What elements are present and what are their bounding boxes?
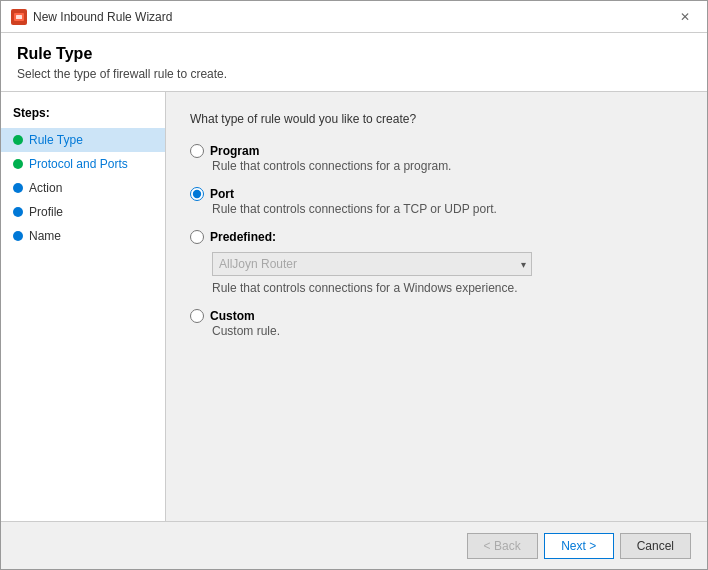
radio-port[interactable] — [190, 187, 204, 201]
option-program-header: Program — [190, 144, 683, 158]
step-dot-rule-type — [13, 135, 23, 145]
option-predefined-header: Predefined: — [190, 230, 683, 244]
title-bar-left: New Inbound Rule Wizard — [11, 9, 172, 25]
footer-bar: < Back Next > Cancel — [1, 521, 707, 569]
sidebar-label-rule-type: Rule Type — [29, 133, 83, 147]
panel-question: What type of rule would you like to crea… — [190, 112, 683, 126]
predefined-dropdown-wrapper: AllJoyn Router ▾ — [212, 252, 532, 276]
svg-rect-2 — [16, 15, 22, 19]
title-bar: New Inbound Rule Wizard ✕ — [1, 1, 707, 33]
next-button[interactable]: Next > — [544, 533, 614, 559]
sidebar-item-protocol-ports[interactable]: Protocol and Ports — [1, 152, 165, 176]
sidebar-label-action: Action — [29, 181, 62, 195]
main-content: Steps: Rule Type Protocol and Ports Acti… — [1, 92, 707, 521]
page-subtitle: Select the type of firewall rule to crea… — [17, 67, 691, 81]
steps-heading: Steps: — [1, 102, 165, 128]
desc-custom: Custom rule. — [212, 324, 683, 338]
label-program[interactable]: Program — [210, 144, 259, 158]
option-port-header: Port — [190, 187, 683, 201]
desc-program: Rule that controls connections for a pro… — [212, 159, 683, 173]
option-group: Program Rule that controls connections f… — [190, 144, 683, 338]
option-custom: Custom Custom rule. — [190, 309, 683, 338]
desc-predefined: Rule that controls connections for a Win… — [212, 281, 683, 295]
step-dot-name — [13, 231, 23, 241]
radio-program[interactable] — [190, 144, 204, 158]
options-panel: What type of rule would you like to crea… — [166, 92, 707, 521]
step-dot-action — [13, 183, 23, 193]
sidebar-item-rule-type[interactable]: Rule Type — [1, 128, 165, 152]
sidebar-label-name: Name — [29, 229, 61, 243]
option-predefined: Predefined: AllJoyn Router ▾ Rule that c… — [190, 230, 683, 295]
page-title: Rule Type — [17, 45, 691, 63]
step-dot-protocol-ports — [13, 159, 23, 169]
steps-sidebar: Steps: Rule Type Protocol and Ports Acti… — [1, 92, 166, 521]
option-port: Port Rule that controls connections for … — [190, 187, 683, 216]
step-dot-profile — [13, 207, 23, 217]
app-icon — [11, 9, 27, 25]
option-custom-header: Custom — [190, 309, 683, 323]
label-predefined[interactable]: Predefined: — [210, 230, 276, 244]
predefined-select[interactable]: AllJoyn Router — [212, 252, 532, 276]
desc-port: Rule that controls connections for a TCP… — [212, 202, 683, 216]
sidebar-label-protocol-ports: Protocol and Ports — [29, 157, 128, 171]
radio-custom[interactable] — [190, 309, 204, 323]
sidebar-item-action: Action — [1, 176, 165, 200]
cancel-button[interactable]: Cancel — [620, 533, 691, 559]
sidebar-item-profile: Profile — [1, 200, 165, 224]
option-program: Program Rule that controls connections f… — [190, 144, 683, 173]
close-button[interactable]: ✕ — [673, 5, 697, 29]
sidebar-item-name: Name — [1, 224, 165, 248]
label-custom[interactable]: Custom — [210, 309, 255, 323]
main-window: New Inbound Rule Wizard ✕ Rule Type Sele… — [0, 0, 708, 570]
sidebar-label-profile: Profile — [29, 205, 63, 219]
label-port[interactable]: Port — [210, 187, 234, 201]
page-header: Rule Type Select the type of firewall ru… — [1, 33, 707, 92]
window-title: New Inbound Rule Wizard — [33, 10, 172, 24]
radio-predefined[interactable] — [190, 230, 204, 244]
back-button[interactable]: < Back — [467, 533, 538, 559]
